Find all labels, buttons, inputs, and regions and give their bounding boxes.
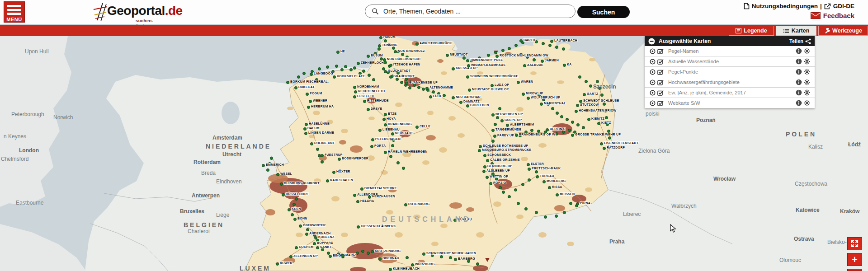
gauge-dot	[600, 93, 604, 97]
layer-settings-icon[interactable]	[803, 58, 811, 65]
gauge-dot	[382, 118, 386, 121]
layer-settings-icon[interactable]	[803, 100, 811, 106]
layer-edit-icon[interactable]	[656, 79, 665, 85]
layer-settings-icon[interactable]	[803, 48, 811, 54]
gauge-dot	[286, 81, 289, 84]
gauge-label: GRAUERORT	[393, 75, 415, 78]
gauge-dot	[389, 64, 392, 67]
gdi-de-link[interactable]: GDI-DE	[833, 3, 854, 9]
gauge-dot	[405, 78, 408, 81]
layer-info-icon[interactable]	[795, 48, 803, 54]
layer-edit-icon[interactable]	[656, 90, 665, 96]
gauge-dot	[440, 255, 443, 258]
gauge-dot	[493, 135, 496, 138]
layer-edit-icon[interactable]	[656, 48, 665, 54]
layer-edit-icon[interactable]	[656, 100, 665, 106]
layer-info-icon[interactable]	[795, 79, 803, 85]
search-bar[interactable]	[365, 5, 576, 18]
gauge-dot	[353, 86, 356, 89]
layer-settings-icon[interactable]	[803, 89, 811, 96]
layer-info-icon[interactable]	[795, 58, 803, 65]
layer-settings-icon[interactable]	[803, 79, 811, 85]
gauge-dot	[467, 64, 470, 67]
search-submit-button[interactable]: Suchen	[577, 6, 630, 18]
gauge-dot	[380, 57, 383, 61]
gauge-dot	[548, 186, 551, 189]
gauge-dot	[310, 142, 313, 145]
layer-info-icon[interactable]	[795, 100, 803, 106]
feedback-link[interactable]: Feedback	[823, 12, 854, 19]
gauge-dot	[294, 86, 297, 89]
density-blob	[341, 129, 348, 133]
layer-rows: Pegel-NamenAktuelle WasserständePegel-Pu…	[645, 46, 815, 108]
gauge-label: RÖPZIG	[493, 181, 506, 184]
search-input[interactable]	[383, 8, 555, 15]
layer-settings-icon[interactable]	[803, 69, 811, 75]
gauge-dot	[326, 179, 329, 182]
layer-edit-icon[interactable]	[656, 69, 665, 75]
gauge-dot	[367, 252, 370, 255]
gauge-label: NEU DARCHAU	[456, 95, 481, 98]
layer-visibility-icon[interactable]	[648, 69, 656, 75]
layer-info-icon[interactable]	[795, 69, 803, 75]
karten-button[interactable]: Karten	[776, 26, 816, 36]
gauge-dot	[389, 155, 392, 158]
gauge-label: HASELÜNNE	[309, 122, 330, 125]
fullscreen-button[interactable]	[847, 237, 862, 250]
gauge-dot	[452, 67, 455, 70]
gauge-dot	[571, 134, 574, 137]
gauge-dot	[378, 129, 382, 132]
layer-row[interactable]: Webkarte S/W	[645, 98, 815, 108]
zoom-out-button[interactable]	[847, 269, 862, 271]
layer-visibility-icon[interactable]	[648, 48, 656, 54]
density-blob	[476, 232, 484, 238]
gauge-dot	[608, 136, 611, 140]
menu-button[interactable]: MENÜ	[4, 1, 25, 23]
layer-row[interactable]: Hochwassergefährdungsgebiete	[645, 77, 815, 88]
density-blob	[458, 133, 465, 138]
gauge-label: HELDRA	[360, 199, 374, 202]
gauge-label: BÜSUM	[371, 54, 383, 57]
gauge-label: SANKT	[320, 245, 331, 248]
layer-edit-icon[interactable]	[656, 59, 665, 65]
layer-info-icon[interactable]	[795, 89, 803, 96]
layer-row[interactable]: Ew. [Anz. je qkm], Gemeinde, 2017	[645, 88, 815, 98]
gauge-label: KÖLN	[292, 207, 301, 210]
gauge-dot	[353, 194, 356, 197]
werkzeuge-button[interactable]: Werkzeuge	[818, 26, 868, 36]
density-blob	[516, 107, 524, 112]
layer-row[interactable]: Pegel-Namen	[645, 46, 815, 56]
layer-visibility-icon[interactable]	[648, 90, 656, 96]
gauge-dot	[528, 178, 531, 182]
density-blob	[530, 71, 537, 75]
layer-visibility-icon[interactable]	[648, 79, 656, 85]
layer-visibility-icon[interactable]	[648, 100, 656, 106]
gauge-label: KA	[567, 63, 572, 66]
gauge-dot	[468, 89, 471, 92]
layer-row[interactable]: Pegel-Punkte	[645, 67, 815, 77]
layer-visibility-icon[interactable]	[648, 59, 656, 65]
city-label: Liège	[216, 212, 229, 218]
gauge-label: DRAKENBURG	[388, 122, 412, 126]
gauge-dot	[404, 203, 407, 206]
layer-label: Webkarte S/W	[668, 100, 795, 106]
gauge-dot	[576, 123, 580, 126]
zoom-in-button[interactable]: +	[847, 253, 862, 266]
gauge-label: NEUWERBEN UP	[495, 112, 523, 116]
gauge-dot	[303, 127, 307, 131]
gauge-label: KIENITZ	[591, 117, 604, 120]
gauge-label: LAUTERBACH	[554, 39, 577, 42]
legende-button[interactable]: Legende	[729, 26, 774, 36]
selected-maps-panel: Ausgewählte Karten Teilen Pegel-NamenAkt…	[645, 36, 815, 108]
layer-row[interactable]: Aktuelle Wasserstände	[645, 56, 815, 67]
collapse-panel-icon[interactable]	[648, 38, 655, 45]
gauge-dot	[491, 113, 495, 117]
layer-label: Hochwassergefährdungsgebiete	[668, 79, 795, 85]
density-blob	[538, 232, 547, 238]
gauge-dot	[494, 51, 497, 54]
gauge-label: WOLFSBRUCH UP	[531, 96, 560, 99]
gauge-dot	[356, 252, 359, 255]
terms-link[interactable]: Nutzungsbedingungen	[752, 3, 818, 9]
gauge-dot	[491, 140, 495, 143]
share-button[interactable]: Teilen	[789, 38, 811, 44]
